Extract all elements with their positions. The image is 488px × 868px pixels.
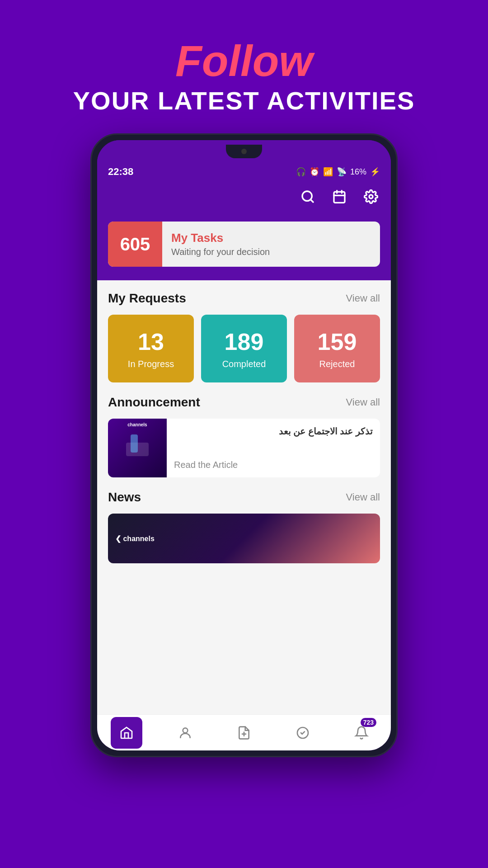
content-top: 605 My Tasks Waiting for your decision bbox=[97, 212, 391, 280]
announcement-view-all[interactable]: View all bbox=[346, 396, 380, 408]
app-toolbar bbox=[97, 181, 391, 212]
page-subtitle: YOUR LATEST ACTIVITIES bbox=[73, 86, 415, 115]
tasks-info: My Tasks Waiting for your decision bbox=[162, 222, 279, 267]
phone-inner: 22:38 🎧 ⏰ 📶 📡 16% ⚡ bbox=[97, 140, 391, 750]
svg-point-7 bbox=[183, 728, 188, 733]
camera-dot bbox=[241, 149, 247, 154]
completed-card[interactable]: 189 Completed bbox=[201, 315, 287, 382]
headphone-icon: 🎧 bbox=[296, 167, 306, 177]
nav-notifications[interactable]: 723 bbox=[346, 717, 377, 749]
rejected-card[interactable]: 159 Rejected bbox=[294, 315, 380, 382]
search-button[interactable] bbox=[299, 188, 317, 206]
tasks-count: 605 bbox=[120, 234, 150, 255]
tasks-title: My Tasks bbox=[171, 231, 270, 245]
wifi-icon: 📶 bbox=[323, 167, 333, 177]
announcement-header: Announcement View all bbox=[108, 395, 380, 410]
battery-level: 16% bbox=[350, 167, 366, 177]
announcement-image: channels bbox=[108, 419, 167, 477]
nav-profile[interactable] bbox=[169, 717, 201, 749]
app-content: 605 My Tasks Waiting for your decision M… bbox=[97, 212, 391, 750]
bottom-nav: 723 bbox=[97, 714, 391, 750]
settings-button[interactable] bbox=[362, 188, 380, 206]
status-time: 22:38 bbox=[108, 166, 133, 178]
in-progress-card[interactable]: 13 In Progress bbox=[108, 315, 194, 382]
rejected-count: 159 bbox=[318, 328, 357, 355]
announcement-text-area: تذكر عند الاجتماع عن بعد Read the Articl… bbox=[167, 419, 380, 477]
phone-shell: 22:38 🎧 ⏰ 📶 📡 16% ⚡ bbox=[90, 133, 398, 757]
tasks-badge: 605 bbox=[108, 222, 162, 267]
announcement-card[interactable]: channels تذكر عند الاجتماع عن بعد Read t… bbox=[108, 419, 380, 477]
notch-cutout bbox=[226, 145, 262, 158]
tasks-card[interactable]: 605 My Tasks Waiting for your decision bbox=[108, 222, 380, 267]
read-article-link[interactable]: Read the Article bbox=[174, 460, 373, 470]
news-card[interactable]: ❮ channels bbox=[108, 514, 380, 563]
svg-point-6 bbox=[369, 195, 373, 198]
completed-count: 189 bbox=[225, 328, 264, 355]
news-section: News View all ❮ channels bbox=[108, 490, 380, 563]
completed-label: Completed bbox=[222, 359, 266, 369]
alarm-icon: ⏰ bbox=[310, 167, 319, 177]
requests-grid: 13 In Progress 189 Completed 159 Rejecte… bbox=[108, 315, 380, 382]
tasks-subtitle: Waiting for your decision bbox=[171, 247, 270, 257]
news-card-image: ❮ channels bbox=[108, 514, 380, 563]
follow-title: Follow bbox=[73, 36, 415, 86]
notification-badge: 723 bbox=[361, 718, 376, 727]
rejected-label: Rejected bbox=[319, 359, 355, 369]
my-requests-title: My Requests bbox=[108, 291, 186, 306]
calendar-button[interactable] bbox=[330, 188, 348, 206]
svg-rect-2 bbox=[334, 192, 345, 203]
ann-channels-logo: channels bbox=[127, 422, 147, 427]
announcement-article-title: تذكر عند الاجتماع عن بعد bbox=[174, 426, 373, 437]
news-logo: ❮ channels bbox=[115, 534, 155, 543]
page-header: Follow YOUR LATEST ACTIVITIES bbox=[73, 36, 415, 115]
nav-document-add[interactable] bbox=[228, 717, 260, 749]
my-requests-view-all[interactable]: View all bbox=[346, 292, 380, 304]
signal-icon: 📡 bbox=[337, 167, 347, 177]
news-title: News bbox=[108, 490, 141, 505]
status-icons: 🎧 ⏰ 📶 📡 16% ⚡ bbox=[296, 167, 380, 177]
content-white: My Requests View all 13 In Progress 189 … bbox=[97, 280, 391, 714]
in-progress-label: In Progress bbox=[128, 359, 174, 369]
status-bar: 22:38 🎧 ⏰ 📶 📡 16% ⚡ bbox=[97, 163, 391, 181]
in-progress-count: 13 bbox=[138, 328, 164, 355]
my-requests-header: My Requests View all bbox=[108, 291, 380, 306]
nav-tasks[interactable] bbox=[287, 717, 319, 749]
charging-icon: ⚡ bbox=[370, 167, 380, 177]
svg-line-1 bbox=[310, 199, 313, 202]
news-header: News View all bbox=[108, 490, 380, 505]
announcement-title: Announcement bbox=[108, 395, 200, 410]
nav-home[interactable] bbox=[111, 717, 142, 749]
phone-notch bbox=[97, 140, 391, 163]
news-view-all[interactable]: View all bbox=[346, 491, 380, 503]
ann-figure bbox=[126, 429, 149, 456]
